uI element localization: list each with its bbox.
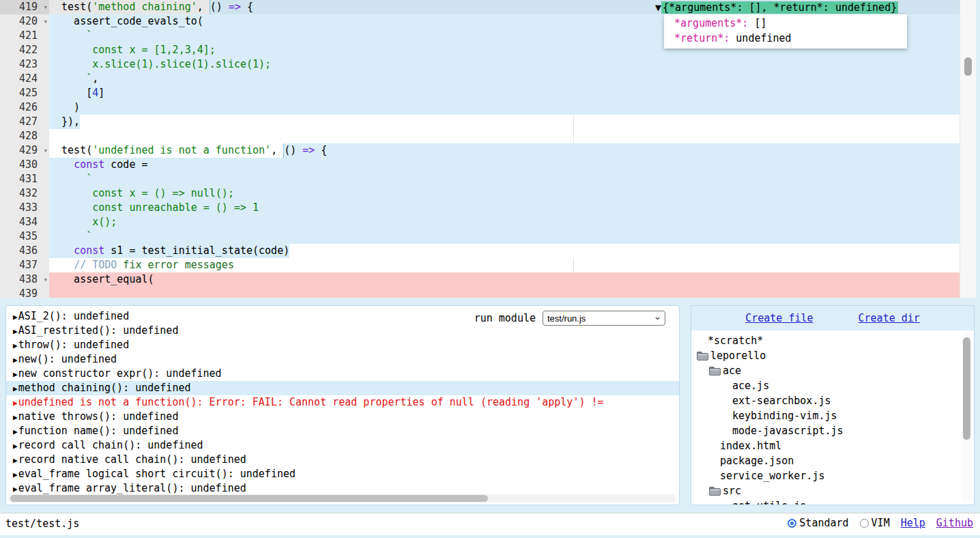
code-line-439[interactable] <box>49 287 960 298</box>
code-line-438[interactable]: assert_equal( <box>49 272 960 287</box>
gutter-line-428[interactable]: 428 <box>0 129 49 143</box>
console-scrollbar-thumb[interactable] <box>10 495 488 502</box>
gutter-line-437[interactable]: 437 <box>0 258 49 272</box>
gutter-line-421[interactable]: 421 <box>0 29 49 43</box>
tree-file-row[interactable]: *scratch* <box>691 333 974 348</box>
help-link[interactable]: Help <box>901 517 925 529</box>
code-line-429[interactable]: test('undefined is not a function', () =… <box>49 143 960 158</box>
code-line-424[interactable]: `, <box>49 72 960 86</box>
test-result-row[interactable]: ▶throw(): undefined <box>6 338 679 352</box>
tree-file-row[interactable]: ext-searchbox.js <box>691 393 974 408</box>
tree-folder-row[interactable]: ace <box>691 363 974 378</box>
tree-file-row[interactable]: ace.js <box>691 378 974 393</box>
gutter-line-422[interactable]: 422 <box>0 43 49 57</box>
tree-folder-row[interactable]: src <box>691 483 974 498</box>
gutter-line-425[interactable]: 425 <box>0 86 49 100</box>
triangle-right-icon[interactable]: ▶ <box>13 313 18 322</box>
code-line-432[interactable]: const x = () => null(); <box>49 186 960 201</box>
triangle-right-icon[interactable]: ▶ <box>13 399 18 408</box>
editor-vertical-scrollbar[interactable] <box>960 0 976 298</box>
gutter-line-436[interactable]: 436 <box>0 244 49 258</box>
test-result-row[interactable]: ▶record call chain(): undefined <box>6 438 679 453</box>
gutter-line-419[interactable]: 419▾ <box>0 0 49 14</box>
test-result-row[interactable]: ▶eval_frame array_literal(): undefined <box>6 481 679 496</box>
radio-vim-icon[interactable] <box>860 519 869 528</box>
gutter-line-420[interactable]: 420▾ <box>0 14 49 29</box>
gutter-line-426[interactable]: 426 <box>0 100 49 115</box>
tree-file-row[interactable]: index.html <box>691 438 974 453</box>
triangle-right-icon[interactable]: ▶ <box>13 341 18 350</box>
test-result-row[interactable]: ▶method chaining(): undefined <box>6 381 679 395</box>
tree-folder-row[interactable]: leporello <box>691 348 974 363</box>
triangle-down-icon[interactable]: ▼ <box>655 1 661 14</box>
gutter-line-424[interactable]: 424 <box>0 72 49 86</box>
test-results-panel[interactable]: ▶ASI_2(): undefined▶ASI_restrited(): und… <box>5 305 680 505</box>
keybinding-standard-option[interactable]: Standard <box>788 517 848 529</box>
tooltip-header[interactable]: ▼{*arguments*: [], *return*: undefined} <box>655 1 907 14</box>
code-line-436[interactable]: const s1 = test_initial_state(code) <box>49 244 960 258</box>
tree-file-row[interactable]: keybinding-vim.js <box>691 408 974 423</box>
code-line-433[interactable]: const unreachable = () => 1 <box>49 201 960 215</box>
triangle-right-icon[interactable]: ▶ <box>13 370 18 379</box>
triangle-right-icon[interactable]: ▶ <box>13 442 18 451</box>
triangle-right-icon[interactable]: ▶ <box>13 485 18 494</box>
gutter-line-439[interactable]: 439 <box>0 287 49 298</box>
gutter-line-438[interactable]: 438▾ <box>0 272 49 287</box>
console-horizontal-scrollbar[interactable] <box>8 494 676 502</box>
code-line-423[interactable]: x.slice(1).slice(1).slice(1); <box>49 57 960 72</box>
code-line-434[interactable]: x(); <box>49 215 960 229</box>
fold-arrow-icon[interactable]: ▾ <box>43 144 48 157</box>
code-line-427[interactable]: }), <box>49 115 960 129</box>
code-line-428[interactable] <box>49 129 960 143</box>
fold-arrow-icon[interactable]: ▾ <box>43 273 48 286</box>
test-result-row[interactable]: ▶native throws(): undefined <box>6 410 679 424</box>
test-result-row[interactable]: ▶eval_frame logical short circuit(): und… <box>6 467 679 481</box>
tree-file-row[interactable]: mode-javascript.js <box>691 423 974 438</box>
triangle-right-icon[interactable]: ▶ <box>13 413 18 422</box>
radio-standard-icon[interactable] <box>788 519 796 528</box>
tree-file-row[interactable]: service_worker.js <box>691 468 974 483</box>
triangle-right-icon[interactable]: ▶ <box>13 456 18 465</box>
create-file-link[interactable]: Create file <box>745 312 813 324</box>
triangle-right-icon[interactable]: ▶ <box>13 384 18 393</box>
gutter-line-433[interactable]: 433 <box>0 201 49 215</box>
github-link[interactable]: Github <box>936 517 973 529</box>
fold-arrow-icon[interactable]: ▾ <box>43 15 48 28</box>
gutter-line-431[interactable]: 431 <box>0 172 49 186</box>
editor-scrollbar-thumb[interactable] <box>964 57 972 76</box>
triangle-right-icon[interactable]: ▶ <box>13 427 18 436</box>
create-dir-link[interactable]: Create dir <box>859 312 920 324</box>
gutter-line-434[interactable]: 434 <box>0 215 49 229</box>
tooltip-row[interactable]: *arguments*: [] <box>668 16 907 31</box>
code-line-431[interactable]: ` <box>49 172 960 186</box>
tree-vertical-scrollbar[interactable] <box>962 333 972 502</box>
keybinding-vim-option[interactable]: VIM <box>860 517 890 529</box>
code-line-425[interactable]: [4] <box>49 86 960 100</box>
gutter-line-435[interactable]: 435 <box>0 229 49 244</box>
triangle-right-icon[interactable]: ▶ <box>13 356 18 365</box>
tree-scrollbar-thumb[interactable] <box>963 337 970 440</box>
test-result-row[interactable]: ▶ASI_restrited(): undefined <box>6 324 679 338</box>
gutter-line-430[interactable]: 430 <box>0 158 49 172</box>
test-result-row[interactable]: ▶record native call chain(): undefined <box>6 453 679 467</box>
run-module-select[interactable]: test/run.js <box>543 311 665 326</box>
test-result-row[interactable]: ▶new constructor expr(): undefined <box>6 367 679 381</box>
code-line-430[interactable]: const code = <box>49 158 960 172</box>
triangle-right-icon[interactable]: ▶ <box>13 327 18 336</box>
code-line-426[interactable]: ) <box>49 100 960 115</box>
code-editor[interactable]: 419▾420▾421422423424425426427428429▾4304… <box>0 0 976 298</box>
fold-arrow-icon[interactable]: ▾ <box>43 1 48 14</box>
test-result-row[interactable]: ▶undefined is not a function(): Error: F… <box>6 395 679 410</box>
triangle-right-icon[interactable]: ▶ <box>13 470 18 479</box>
gutter-line-432[interactable]: 432 <box>0 186 49 201</box>
gutter-line-429[interactable]: 429▾ <box>0 143 49 158</box>
test-result-row[interactable]: ▶function name(): undefined <box>6 424 679 438</box>
tooltip-row[interactable]: *return*: undefined <box>668 31 907 46</box>
gutter-line-427[interactable]: 427 <box>0 115 49 129</box>
tree-file-row[interactable]: ast_utils.js <box>691 498 974 505</box>
code-line-437[interactable]: // TODO fix error messages <box>49 258 960 272</box>
test-result-row[interactable]: ▶new(): undefined <box>6 352 679 367</box>
code-line-435[interactable]: ` <box>49 229 960 244</box>
tree-file-row[interactable]: package.json <box>691 453 974 468</box>
gutter-line-423[interactable]: 423 <box>0 57 49 72</box>
